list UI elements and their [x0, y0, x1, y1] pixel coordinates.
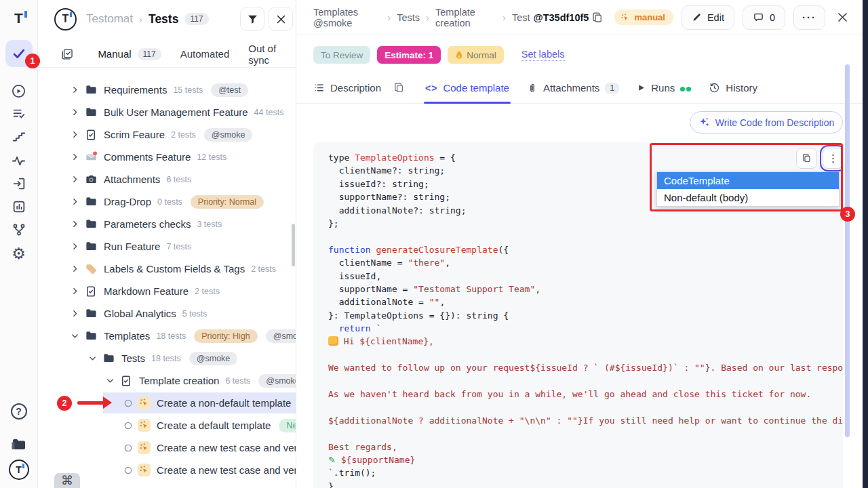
test-plans-nav-item[interactable] — [6, 101, 32, 127]
chevron-right-icon[interactable] — [71, 197, 80, 207]
tree-test-item[interactable]: Create a non-default templateTo Review — [38, 392, 296, 414]
checklist-icon[interactable] — [61, 47, 73, 61]
test-circle-icon — [123, 421, 133, 430]
comments-button[interactable]: 0 — [743, 5, 785, 30]
tab-runs[interactable]: Runs — [637, 73, 691, 103]
tree-folder-item[interactable]: Markdown Feature2 tests — [38, 280, 296, 302]
code-icon: <> — [425, 83, 437, 94]
pulse-nav-item[interactable] — [6, 148, 32, 174]
annotation-step-2: 2 — [57, 396, 72, 411]
tab-manual[interactable]: Manual 117 — [98, 48, 161, 60]
pulse-icon — [11, 153, 26, 169]
tree-folder-item[interactable]: Attachments6 tests — [38, 168, 296, 190]
tree-test-item[interactable]: Create a new test case and verify — [38, 436, 296, 459]
chevron-right-icon[interactable] — [71, 152, 80, 162]
tree-item-badge: Priority: High — [194, 329, 258, 343]
code-template-menu-button[interactable]: ⋮ — [823, 148, 843, 169]
breadcrumb-project[interactable]: Testomat — [86, 12, 133, 26]
tree-folder-item[interactable]: Drag-Drop0 testsPriority: Normal — [38, 190, 296, 213]
more-actions-button[interactable]: ··· — [793, 5, 825, 30]
run-status-dot — [686, 87, 691, 92]
write-code-from-description-button[interactable]: Write Code from Description — [690, 111, 843, 134]
chevron-right-icon[interactable] — [71, 220, 80, 229]
tree-item-badge: @test — [211, 83, 248, 97]
tree-item-label: Create a non-default template — [157, 397, 291, 409]
branch-nav-item[interactable] — [6, 217, 32, 243]
tab-automated[interactable]: Automated — [180, 48, 230, 60]
tree-folder-item[interactable]: Scrim Feaure2 tests@smoke — [38, 123, 296, 146]
tree-scrollbar-thumb[interactable] — [292, 224, 295, 266]
chevron-down-icon[interactable] — [106, 376, 115, 386]
testomat-logo-icon[interactable]: T — [6, 5, 32, 31]
code-template-option[interactable]: CodeTemplate — [657, 172, 839, 189]
tree-folder-item[interactable]: Templates18 testsPriority: High@smoke — [38, 325, 296, 347]
tab-out-of-sync[interactable]: Out of sync — [248, 43, 296, 66]
tree-folder-item[interactable]: Run Feature7 tests — [38, 235, 296, 258]
set-labels-link[interactable]: Set labels — [521, 49, 565, 61]
breadcrumb-item[interactable]: Tests — [397, 12, 420, 23]
code-template-option[interactable]: Non-default (body) — [657, 189, 839, 206]
analytics-nav-item[interactable] — [6, 194, 32, 220]
steps-nav-item[interactable] — [6, 124, 32, 150]
edit-button[interactable]: Edit — [682, 5, 734, 30]
chevron-right-icon[interactable] — [71, 309, 80, 319]
copy-test-id-button[interactable] — [589, 9, 606, 26]
tree-folder-item[interactable]: Labels & Custom Fields & Tags2 tests — [38, 258, 296, 280]
runs-nav-item[interactable] — [6, 78, 32, 104]
close-icon — [836, 11, 849, 24]
tree-folder-item[interactable]: Bulk User Management Feature44 tests — [38, 101, 296, 123]
ellipsis-icon: ··· — [802, 12, 816, 23]
tree-item-label: Global Analytics — [104, 308, 176, 319]
close-panel-button[interactable] — [269, 7, 293, 31]
chevron-right-icon[interactable] — [71, 175, 80, 184]
breadcrumb-item[interactable]: Templates @smoke — [313, 7, 381, 28]
severity-badge[interactable]: Normal — [448, 46, 504, 64]
chevron-right-icon[interactable] — [71, 242, 80, 251]
detail-scrollbar-thumb[interactable] — [845, 64, 850, 437]
tab-description[interactable]: Description — [313, 73, 381, 103]
detail-header: Templates @smoke›Tests›Template creation… — [296, 0, 863, 35]
tree-folder-item[interactable]: Global Analytics5 tests — [38, 302, 296, 325]
tree-test-item[interactable]: Create a default templateNew label — [38, 414, 296, 436]
chevron-down-icon[interactable] — [88, 354, 98, 363]
wave-emoji — [328, 336, 338, 346]
estimate-badge[interactable]: Estimate: 1 — [377, 46, 441, 64]
testomat-badge-item[interactable]: T — [6, 457, 32, 483]
tab-code-template[interactable]: <> Code template — [425, 73, 509, 103]
kebab-icon: ⋮ — [828, 152, 839, 165]
copy-code-button[interactable] — [796, 148, 817, 169]
tree-item-label: Parameters checks — [104, 218, 191, 230]
settings-nav-item[interactable]: ⚙ — [6, 241, 32, 266]
tree-folder-item[interactable]: Template creation6 tests@smoke — [38, 369, 296, 392]
filter-button[interactable] — [240, 7, 264, 31]
chevron-right-icon[interactable] — [71, 264, 80, 274]
annotation-arrow-head — [103, 396, 112, 409]
tree-item-label: Create a new test case and verify — [157, 464, 296, 476]
chevron-right-icon[interactable] — [71, 85, 80, 95]
tree-folder-item[interactable]: Requirements15 tests@test — [38, 79, 296, 101]
project-logo-icon[interactable]: T — [54, 8, 77, 30]
tree-item-label: Attachments — [104, 174, 160, 185]
close-detail-button[interactable] — [833, 8, 852, 26]
help-nav-item[interactable]: ? — [6, 399, 32, 424]
code-editor[interactable]: type TemplateOptions = { clientName?: st… — [313, 142, 843, 488]
chevron-down-icon[interactable] — [71, 331, 80, 341]
status-badge-to-review[interactable]: To Review — [313, 46, 370, 64]
history-clock-icon — [709, 82, 720, 94]
chevron-right-icon[interactable] — [71, 108, 80, 117]
projects-nav-item[interactable] — [6, 432, 32, 458]
import-nav-item[interactable] — [6, 171, 32, 197]
tree-folder-item[interactable]: Tests18 tests@smoke — [38, 347, 296, 369]
tree-item-count: 3 tests — [197, 220, 222, 229]
tree-folder-item[interactable]: Parameters checks3 tests — [38, 213, 296, 235]
tree-folder-item[interactable]: Comments Feature12 tests — [38, 146, 296, 168]
test-id: @T35df10f5 — [534, 12, 589, 23]
copy-description-button[interactable] — [391, 79, 408, 96]
tab-attachments[interactable]: Attachments 1 — [527, 73, 619, 103]
breadcrumb-item[interactable]: Template creation — [435, 7, 496, 28]
chevron-right-icon[interactable] — [71, 287, 80, 296]
chevron-right-icon[interactable] — [71, 130, 80, 140]
tab-history[interactable]: History — [709, 73, 757, 103]
copy-icon — [393, 82, 405, 94]
folder-icon — [85, 329, 98, 342]
